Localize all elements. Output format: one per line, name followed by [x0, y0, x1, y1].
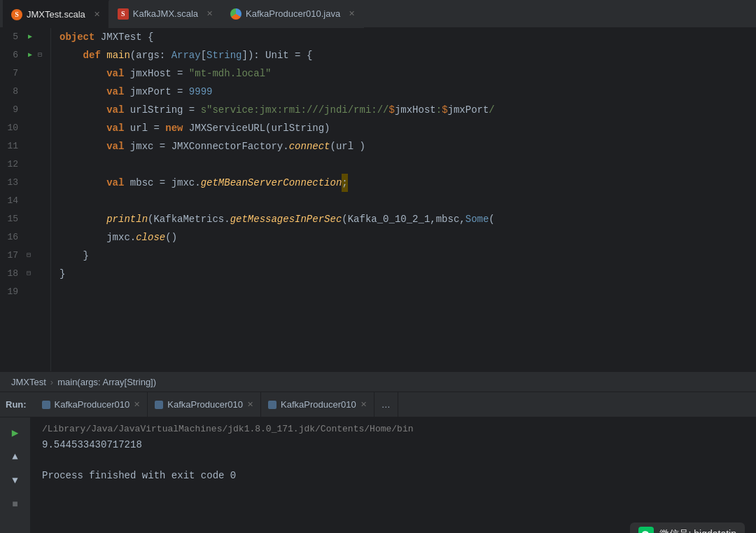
code-editor[interactable]: object JMXTest { def main (args: Array […	[51, 28, 756, 371]
breadcrumb-method[interactable]: main(args: Array[String])	[57, 377, 156, 387]
run-tab-2[interactable]: KafkaProducer010 ✕	[148, 392, 261, 417]
tab-close-kafkajmx[interactable]: ✕	[206, 9, 213, 18]
line-gutter: 5 ▶ 6 ▶ ⊟ 7 8 9 10 11 12 13	[0, 28, 51, 371]
gutter-row-13: 13	[0, 174, 45, 192]
kw-val-8: val	[106, 83, 124, 101]
run-label: Run:	[6, 399, 27, 410]
code-line-8: val jmxPort = 9999	[59, 83, 756, 101]
tab-kafkaproducer[interactable]: KafkaProducer010.java ✕	[222, 0, 364, 28]
code-line-14	[59, 192, 756, 210]
run-tab-close-1[interactable]: ✕	[134, 400, 140, 409]
gutter-row-11: 11	[0, 137, 45, 155]
code-line-6: def main (args: Array [ String ]): Unit …	[59, 46, 756, 64]
run-stop-button[interactable]: ■	[6, 494, 25, 514]
code-line-16: jmxc.close()	[59, 228, 756, 247]
run-tab-icon-2	[155, 401, 163, 409]
code-line-13: val mbsc = jmxc.getMBeanServerConnection…	[59, 174, 756, 192]
method-close: close	[136, 228, 165, 247]
run-tab-icon-1	[42, 401, 50, 409]
run-up-button[interactable]: ▲	[6, 447, 25, 466]
tab-jmxtest[interactable]: S JMXTest.scala ✕	[3, 0, 109, 28]
editor-area: 5 ▶ 6 ▶ ⊟ 7 8 9 10 11 12 13	[0, 28, 756, 371]
run-tab-1[interactable]: KafkaProducer010 ✕	[35, 392, 148, 417]
output-line-finished: Process finished with exit code 0	[42, 468, 745, 483]
scala-orange-icon: S	[11, 9, 22, 20]
kw-val-13: val	[106, 174, 124, 192]
run-tab-label-3: KafkaProducer010	[281, 399, 356, 410]
type-some: Some	[465, 210, 489, 228]
run-sidebar: ▶ ▲ ▼ ■ ⟳	[0, 417, 31, 533]
tab-close-jmxtest[interactable]: ✕	[94, 10, 100, 19]
gutter-row-19: 19	[0, 283, 45, 301]
run-icon-6[interactable]: ▶	[24, 46, 32, 64]
line-num-6: 6	[0, 46, 21, 64]
run-icon-5[interactable]: ▶	[24, 28, 32, 46]
wechat-icon	[638, 527, 654, 533]
tab-kafkajmx[interactable]: S KafkaJMX.scala ✕	[109, 0, 222, 28]
gutter-row-18: 18 ⊟	[0, 265, 45, 283]
run-tabs-bar: Run: KafkaProducer010 ✕ KafkaProducer010…	[0, 392, 756, 417]
fold-minus-6[interactable]: ⊟	[34, 46, 42, 64]
kw-val-10: val	[106, 119, 124, 137]
type-array: Array	[172, 46, 201, 64]
gutter-row-10: 10	[0, 119, 45, 137]
watermark-text: 微信号: bigdatatip	[659, 528, 737, 533]
output-line-path: /Library/Java/JavaVirtualMachines/jdk1.8…	[42, 422, 745, 437]
run-play-button[interactable]: ▶	[6, 423, 25, 443]
code-line-18: }	[59, 265, 756, 283]
tab-label-jmxtest: JMXTest.scala	[27, 9, 85, 20]
run-tab-close-3[interactable]: ✕	[360, 400, 367, 409]
breadcrumb-separator: ›	[50, 377, 53, 387]
gutter-row-17: 17 ⊟	[0, 247, 45, 265]
gutter-row-9: 9	[0, 101, 45, 119]
run-tab-more[interactable]: …	[374, 392, 398, 417]
run-tab-label-2: KafkaProducer010	[167, 399, 243, 410]
type-unit: Unit	[265, 46, 289, 64]
run-tab-3[interactable]: KafkaProducer010 ✕	[261, 392, 374, 417]
run-down-button[interactable]: ▼	[6, 471, 25, 490]
type-string: String	[206, 46, 241, 64]
output-line-blank	[42, 452, 745, 468]
fn-main: main	[106, 46, 130, 64]
java-icon	[230, 8, 241, 20]
kw-val-7: val	[106, 64, 124, 83]
line-num-5: 5	[0, 28, 21, 46]
tab-close-kafkaproducer[interactable]: ✕	[349, 9, 355, 18]
method-println: println	[106, 210, 148, 228]
kw-val-9: val	[106, 101, 124, 119]
code-line-5: object JMXTest {	[59, 28, 756, 46]
run-tab-icon-3	[268, 401, 276, 409]
method-connect: connect	[289, 137, 330, 155]
gutter-row-15: 15	[0, 210, 45, 228]
breadcrumb-class[interactable]: JMXTest	[11, 377, 46, 387]
gutter-row-5: 5 ▶	[0, 28, 45, 46]
run-tab-label-1: KafkaProducer010	[55, 399, 130, 410]
code-line-7: val jmxHost = "mt-mdh.local"	[59, 64, 756, 83]
code-line-19	[59, 283, 756, 301]
kw-new: new	[165, 119, 183, 137]
str-url: s"service:jmx:rmi:///jndi/rmi://	[201, 101, 389, 119]
breadcrumb: JMXTest › main(args: Array[String])	[0, 371, 756, 392]
code-line-10: val url = new JMXServiceURL(urlString)	[59, 119, 756, 137]
scala-red-icon: S	[118, 8, 129, 20]
run-tab-close-2[interactable]: ✕	[247, 400, 253, 409]
gutter-row-14: 14	[0, 192, 45, 210]
fold-icon-18[interactable]: ⊟	[22, 265, 31, 283]
gutter-row-8: 8	[0, 83, 45, 101]
gutter-row-6: 6 ▶ ⊟	[0, 46, 45, 64]
method-getmbean: getMBeanServerConnection	[201, 174, 342, 192]
str-hostname: "mt-mdh.local"	[189, 64, 272, 83]
run-output: /Library/Java/JavaVirtualMachines/jdk1.8…	[31, 417, 756, 533]
code-line-9: val urlString = s"service:jmx:rmi:///jnd…	[59, 101, 756, 119]
fold-icon-17[interactable]: ⊟	[22, 247, 31, 265]
gutter-row-12: 12	[0, 155, 45, 174]
run-content-area: ▶ ▲ ▼ ■ ⟳ /Library/Java/JavaVirtualMachi…	[0, 417, 756, 533]
gutter-row-7: 7	[0, 64, 45, 83]
code-line-15: println(KafkaMetrics.getMessagesInPerSec…	[59, 210, 756, 228]
watermark: 微信号: bigdatatip	[630, 522, 746, 533]
code-line-12	[59, 155, 756, 174]
gutter-row-16: 16	[0, 228, 45, 247]
output-line-result: 9.544533430717218	[42, 437, 745, 452]
tab-label-kafkaproducer: KafkaProducer010.java	[246, 8, 340, 19]
code-line-17: }	[59, 247, 756, 265]
